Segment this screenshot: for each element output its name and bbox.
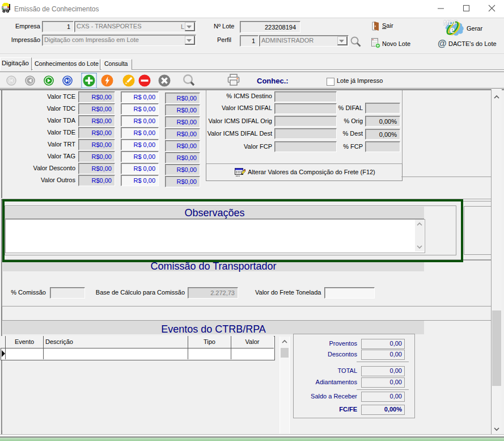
- svg-text:e: e: [450, 24, 455, 35]
